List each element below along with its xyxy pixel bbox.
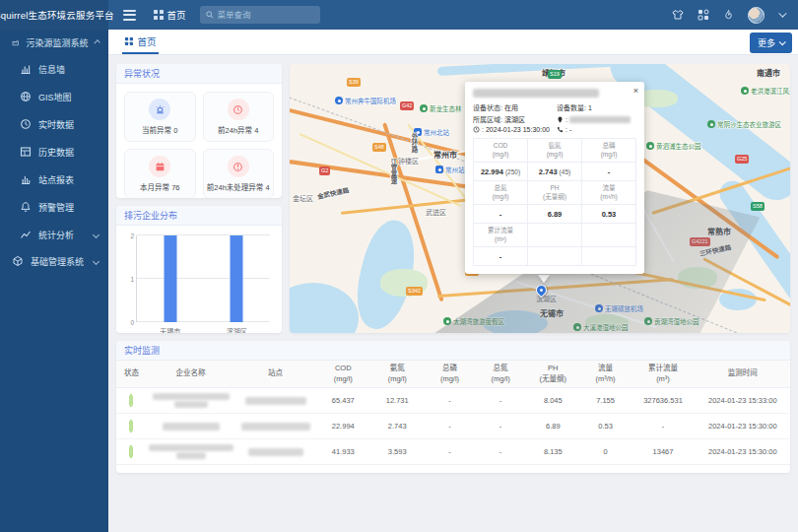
redacted-text: [174, 401, 208, 408]
park-poi-icon: [646, 142, 654, 150]
card-24h-unhandled[interactable]: 前24h未处理异常 4: [203, 149, 275, 198]
map-label: 常阴沙生态农业旅游区: [707, 119, 781, 129]
y-axis-tick: 2: [130, 233, 134, 239]
location-icon: [557, 116, 564, 123]
user-avatar[interactable]: [748, 7, 765, 24]
road-shield: S19: [548, 70, 562, 79]
road-shield: S342: [406, 287, 423, 296]
status-dot-normal: [129, 420, 133, 432]
report-chart-icon: [20, 173, 32, 185]
sidebar-section-basic[interactable]: 基础管理系统: [0, 248, 108, 274]
more-button[interactable]: 更多: [750, 33, 792, 53]
map-label: 大溪港湿地公园: [573, 322, 629, 332]
road-shield: S39: [347, 78, 361, 87]
road-shield: S48: [372, 143, 386, 152]
park-poi-icon: [707, 120, 715, 128]
x-axis-label: 无锡市: [160, 326, 180, 333]
road-shield: G42: [400, 101, 414, 110]
menu-search[interactable]: [200, 6, 320, 24]
map-label: 金武快速路: [317, 187, 349, 197]
bar-chart: 012无锡市滨湖区: [124, 232, 274, 333]
map-label: 太湖湾旅游度假区: [443, 316, 504, 326]
status-dot-normal: [129, 394, 133, 407]
map-label: 黄泗浦生态公园: [646, 141, 701, 151]
search-input[interactable]: [218, 10, 306, 20]
map-label: 常州奔牛国际机场: [335, 96, 396, 105]
gridline: [137, 234, 270, 235]
app-logo: Squirrel生态环境云服务平台: [0, 0, 108, 30]
search-icon: [206, 11, 214, 19]
sidebar-section-pollution[interactable]: 污染源监测系统: [0, 30, 108, 55]
lake-taihu: [290, 283, 359, 333]
park-poi-icon: [420, 104, 428, 112]
card-current-abnormal[interactable]: 当前异常 0: [124, 92, 196, 142]
map-label: 无锡市: [540, 307, 564, 318]
caret-down-icon: [93, 231, 100, 237]
device-info-popup: × 设备状态:在用 设备数量:1 所属区域:滨湖区 : :2024-01-23 …: [465, 82, 644, 274]
clock-icon: [473, 126, 480, 133]
card-value: 76: [171, 183, 179, 192]
sidebar-item-info-wall[interactable]: 信息墙: [0, 55, 108, 83]
map-label: 常州站: [435, 165, 465, 174]
map-panel: 靖江市南通市老洪港滨江风光带常阴沙生态农业旅游区黄泗浦生态公园常州奔牛国际机场新…: [290, 64, 790, 333]
sidebar-item-alert-management[interactable]: 预警管理: [0, 193, 108, 221]
redacted-station-name: [245, 397, 306, 405]
gridline: [137, 278, 270, 279]
sidebar-item-gis-map[interactable]: GIS地图: [0, 83, 108, 110]
station-poi-icon: [435, 166, 443, 173]
road-shield: G25: [735, 155, 749, 164]
panel-title: 异常状况: [116, 64, 282, 84]
card-24h-abnormal[interactable]: 前24h异常 4: [203, 92, 275, 142]
tab-home[interactable]: 首页: [122, 30, 159, 54]
y-axis-tick: 1: [130, 276, 134, 283]
table-row[interactable]: 65.43712.731--8.0457.155327636.5312024-0…: [116, 388, 790, 414]
caret-up-icon: [94, 39, 100, 45]
panel-title: 实时监测: [116, 341, 790, 361]
sidebar-item-statistics[interactable]: 统计分析: [0, 221, 108, 248]
map-label: 武进区: [426, 207, 446, 217]
phone-icon: [557, 126, 564, 133]
popup-phone-value: -: [569, 126, 571, 133]
table-row[interactable]: 22.9942.743--6.890.53-2024-01-23 15:30:0…: [116, 414, 790, 439]
abnormal-status-panel: 异常状况 当前异常 0 前24h异常 4: [116, 64, 282, 198]
chart-bar: [164, 235, 176, 322]
park-poi-icon: [741, 87, 749, 95]
redacted-company-name: [149, 444, 233, 451]
layout-icon[interactable]: [698, 9, 709, 21]
map-label: 贡湖湾湿地公园: [644, 316, 699, 326]
card-month-abnormal[interactable]: 本月异常 76: [124, 149, 196, 198]
card-value: 4: [265, 183, 269, 192]
airport-poi-icon: [335, 97, 343, 104]
bell-icon: [20, 201, 32, 213]
hamburger-menu-icon[interactable]: [114, 10, 144, 21]
dashboard-content: 异常状况 当前异常 0 前24h异常 4: [108, 56, 798, 532]
redacted-text: [176, 452, 206, 459]
sidebar-item-realtime-data[interactable]: 实时数据: [0, 110, 108, 138]
panel-title: 排污企业分布: [116, 206, 282, 226]
cube-icon: [12, 255, 24, 267]
nav-home-label: 首页: [167, 8, 186, 22]
flame-icon[interactable]: [723, 9, 734, 21]
grid-icon: [154, 10, 164, 20]
gridline: [137, 321, 270, 322]
redacted-station-name: [241, 423, 310, 431]
chevron-down-icon[interactable]: [778, 9, 786, 17]
sidebar-item-history-data[interactable]: 历史数据: [0, 138, 108, 166]
enterprise-distribution-panel: 排污企业分布 012无锡市滨湖区: [116, 206, 282, 333]
chart-bar: [231, 235, 243, 322]
monitor-table: 状态 企业名称 站点 COD(mg/l) 氨氮(mg/l) 总磷(mg/l) 总…: [116, 361, 790, 465]
sidebar-item-station-report[interactable]: 站点报表: [0, 166, 108, 193]
table-icon: [20, 146, 32, 158]
y-axis-tick: 0: [130, 319, 134, 326]
clock-icon: [20, 118, 32, 130]
map-label: 江宜高速: [388, 159, 398, 184]
nav-home[interactable]: 首页: [154, 8, 186, 22]
close-icon[interactable]: ×: [633, 86, 638, 96]
theme-shirt-icon[interactable]: [672, 9, 684, 21]
table-header-row: 状态 企业名称 站点 COD(mg/l) 氨氮(mg/l) 总磷(mg/l) 总…: [116, 361, 790, 388]
status-dot-normal: [129, 445, 133, 458]
river-top: [437, 64, 625, 76]
road-shield: G4221: [690, 237, 710, 246]
redacted-station-name: [248, 448, 303, 456]
table-row[interactable]: 41.9333.593--8.1350134672024-01-23 15:30…: [116, 439, 790, 465]
